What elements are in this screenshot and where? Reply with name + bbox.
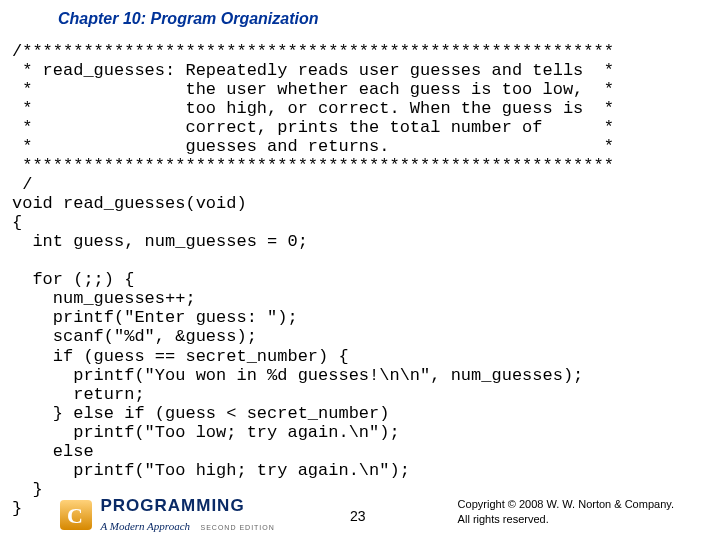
page-number: 23 (350, 508, 366, 524)
copyright-line-1: Copyright © 2008 W. W. Norton & Company. (458, 498, 674, 510)
book-logo: PROGRAMMING A Modern Approach SECOND EDI… (60, 496, 275, 534)
copyright-line-2: All rights reserved. (458, 513, 549, 525)
copyright: Copyright © 2008 W. W. Norton & Company.… (458, 497, 674, 526)
slide-footer: PROGRAMMING A Modern Approach SECOND EDI… (0, 482, 720, 538)
logo-edition: SECOND EDITION (201, 524, 275, 531)
logo-subtitle: A Modern Approach (100, 520, 190, 532)
chapter-title: Chapter 10: Program Organization (58, 10, 319, 28)
logo-text-block: PROGRAMMING A Modern Approach SECOND EDI… (100, 496, 274, 534)
logo-main-text: PROGRAMMING (100, 496, 244, 515)
logo-c-icon (60, 500, 92, 530)
code-listing: /***************************************… (12, 42, 614, 518)
